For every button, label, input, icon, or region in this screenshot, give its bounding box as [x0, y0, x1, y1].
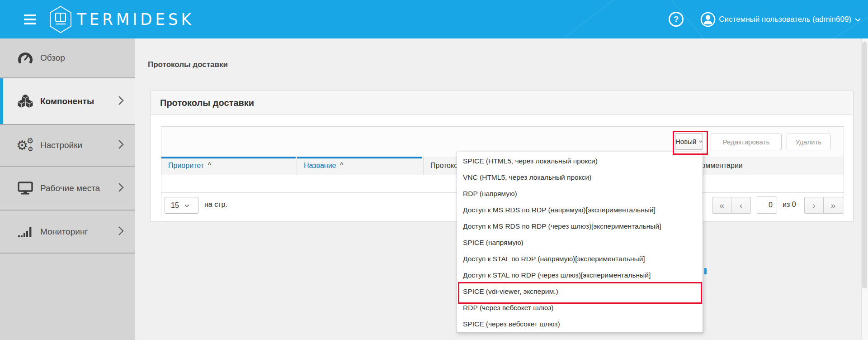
sidebar-item-workplaces[interactable]: Рабочие места — [0, 167, 135, 211]
column-header-priority[interactable]: Приоритет ^ — [161, 157, 297, 175]
page-count-label: из 0 — [783, 201, 796, 209]
sidebar-item-monitoring[interactable]: Мониторинг — [0, 211, 135, 254]
user-menu[interactable]: Системный пользователь (admin609) — [700, 12, 861, 27]
menu-item-msrds-rdp-gateway[interactable]: Доступ к MS RDS по RDP (через шлюз)[эксп… — [457, 218, 703, 235]
prev-page-button[interactable]: ‹ — [731, 197, 751, 214]
pagination-forward-group: › » — [804, 197, 843, 214]
chevron-right-icon — [118, 226, 124, 238]
chevron-down-icon — [699, 140, 703, 143]
sidebar-item-label: Мониторинг — [40, 227, 88, 237]
panel-header: Протоколы доставки — [151, 91, 853, 115]
sidebar-item-label: Обзор — [40, 53, 65, 63]
menu-item-spice-html5-proxy[interactable]: SPICE (HTML5, через локальный прокси) — [457, 153, 703, 169]
pagination-back-group: « ‹ — [712, 197, 751, 214]
chevron-down-icon — [184, 204, 189, 207]
menu-item-spice-vdi-viewer[interactable]: SPICE (vdi-viewer, эксперим.) — [457, 283, 703, 300]
menu-item-stal-rdp-direct[interactable]: Доступ к STAL по RDP (напрямую)[эксперим… — [457, 251, 703, 267]
menu-item-spice-direct[interactable]: SPICE (напрямую) — [457, 235, 703, 251]
app-root: TERMIDESK ? Системный пользователь (admi… — [0, 0, 868, 340]
per-page-label: на стр. — [204, 201, 227, 209]
hamburger-menu-icon[interactable] — [24, 12, 36, 27]
termidesk-logo-icon — [48, 6, 73, 33]
menu-item-spice-websocket[interactable]: SPICE (через вебсокет шлюз) — [457, 316, 703, 332]
page-number-input[interactable] — [757, 196, 777, 214]
sidebar-item-label: Рабочие места — [40, 183, 100, 193]
top-header: TERMIDESK ? Системный пользователь (admi… — [0, 0, 868, 38]
panel-title: Протоколы доставки — [160, 98, 254, 108]
gears-icon: ⚙ ⚙ ⚙ — [17, 138, 33, 153]
vertical-scrollbar-thumb[interactable] — [862, 42, 867, 288]
chevron-right-icon — [118, 139, 124, 151]
chevron-down-icon — [855, 18, 861, 22]
new-button[interactable]: Новый — [675, 133, 703, 150]
new-protocol-dropdown-menu: SPICE (HTML5, через локальный прокси) VN… — [457, 152, 703, 333]
dashboard-icon — [17, 51, 33, 65]
sidebar: Обзор К — [0, 38, 135, 340]
signal-bars-icon — [17, 226, 33, 238]
sidebar-item-components[interactable]: Компоненты — [0, 78, 135, 125]
cubes-icon — [17, 94, 33, 108]
next-page-button[interactable]: › — [804, 197, 824, 214]
desktop-icon — [17, 182, 33, 195]
column-header-comments[interactable]: Комментарии — [690, 157, 844, 175]
chevron-right-icon — [118, 96, 124, 107]
user-name-label: Системный пользователь (admin609) — [719, 15, 851, 24]
menu-item-rdp-direct[interactable]: RDP (напрямую) — [457, 186, 703, 202]
delete-button[interactable]: Удалить — [787, 134, 830, 150]
sidebar-item-settings[interactable]: ⚙ ⚙ ⚙ Настройки — [0, 125, 135, 167]
menu-item-msrds-rdp-direct[interactable]: Доступ к MS RDS по RDP (напрямую)[экспер… — [457, 202, 703, 218]
edit-button[interactable]: Редактировать — [711, 134, 782, 150]
sort-asc-icon: ^ — [208, 161, 211, 168]
sidebar-item-label: Компоненты — [40, 96, 94, 106]
decor-line — [486, 0, 636, 38]
sidebar-item-label: Настройки — [40, 140, 82, 150]
user-avatar-icon — [700, 12, 716, 27]
page-size-select[interactable]: 15 — [165, 197, 198, 214]
sort-asc-icon: ^ — [340, 161, 344, 168]
menu-item-stal-rdp-gateway[interactable]: Доступ к STAL по RDP (через шлюз)[экспер… — [457, 267, 703, 283]
breadcrumb: Протоколы доставки — [148, 60, 228, 69]
logo-wordmark: TERMIDESK — [77, 10, 194, 29]
first-page-button[interactable]: « — [712, 197, 731, 214]
menu-item-rdp-websocket[interactable]: RDP (через вебсокет шлюз) — [457, 300, 703, 316]
sidebar-item-overview[interactable]: Обзор — [0, 38, 135, 78]
help-icon[interactable]: ? — [669, 12, 684, 27]
menu-item-vnc-html5-proxy[interactable]: VNC (HTML5, через локальный прокси) — [457, 169, 703, 186]
hidden-button-fragment — [704, 268, 707, 274]
chevron-right-icon — [118, 182, 124, 194]
column-header-name[interactable]: Название ^ — [297, 157, 424, 175]
last-page-button[interactable]: » — [824, 197, 843, 214]
